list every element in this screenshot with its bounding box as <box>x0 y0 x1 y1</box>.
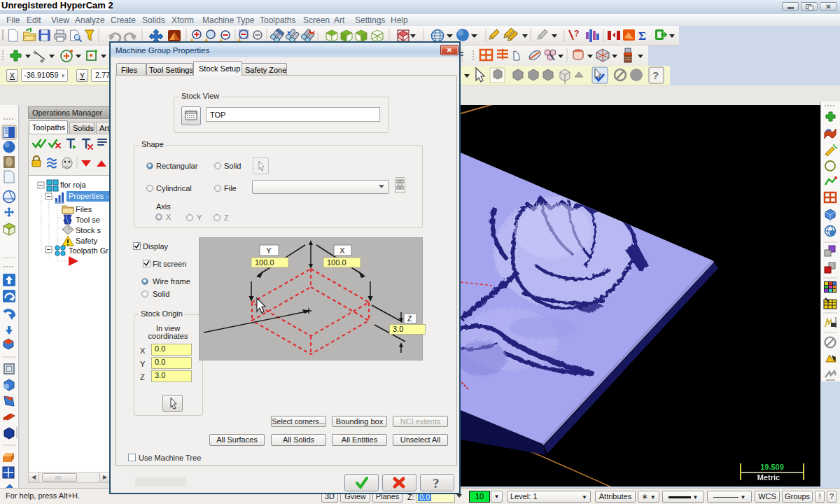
svg-text:?: ? <box>652 69 659 81</box>
svg-text:X: X <box>340 246 345 255</box>
svg-text:Safety: Safety <box>76 237 98 245</box>
svg-text:Σ: Σ <box>638 29 646 43</box>
svg-text:Properties -: Properties - <box>69 192 108 200</box>
svg-text:Stock s: Stock s <box>76 226 102 234</box>
svg-text:Z: Z <box>407 314 412 323</box>
svg-text:19.509: 19.509 <box>760 463 784 471</box>
svg-text:Files: Files <box>76 205 92 214</box>
svg-text:100.0: 100.0 <box>327 258 346 267</box>
svg-text:Y: Y <box>266 246 272 255</box>
svg-text:Tool se: Tool se <box>76 216 100 224</box>
svg-text:?: ? <box>433 476 440 491</box>
svg-text:100.0: 100.0 <box>255 258 274 267</box>
svg-text:?: ? <box>574 29 579 38</box>
svg-text:flor roja: flor roja <box>60 181 87 189</box>
svg-text:Metric: Metric <box>757 473 780 482</box>
svg-text:Toolpath Gr: Toolpath Gr <box>69 246 108 255</box>
